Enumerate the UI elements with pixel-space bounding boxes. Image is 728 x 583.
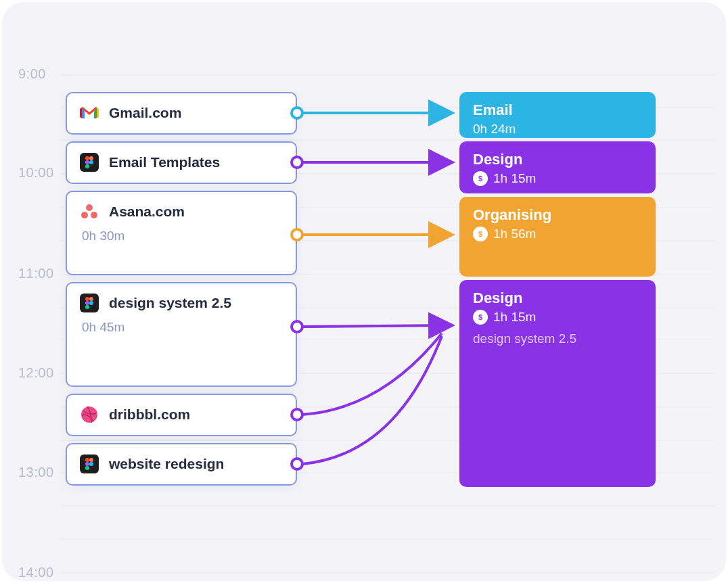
svg-point-18 xyxy=(89,458,93,462)
billable-icon: $ xyxy=(473,310,488,325)
gridline xyxy=(60,538,715,540)
category-card-organising[interactable]: Organising $ 1h 56m xyxy=(459,197,656,277)
category-duration: 1h 56m xyxy=(493,227,536,241)
category-duration: 0h 24m xyxy=(473,122,516,137)
svg-point-21 xyxy=(85,466,89,470)
asana-icon xyxy=(79,202,99,222)
category-subtitle: design system 2.5 xyxy=(473,331,642,346)
svg-point-5 xyxy=(85,164,89,168)
svg-text:$: $ xyxy=(478,313,482,321)
svg-point-6 xyxy=(86,204,93,211)
activity-duration: 0h 30m xyxy=(82,229,283,243)
category-duration: 1h 15m xyxy=(493,171,536,186)
activity-card-website-redesign[interactable]: website redesign xyxy=(66,443,297,486)
svg-point-7 xyxy=(81,212,88,218)
billable-icon: $ xyxy=(473,171,488,186)
svg-point-19 xyxy=(85,462,89,466)
gridline xyxy=(60,505,715,507)
timeline-panel: 9:00 10:00 11:00 12:00 13:00 14:00 Gmail… xyxy=(2,2,726,581)
svg-point-8 xyxy=(91,212,97,218)
category-card-design[interactable]: Design $ 1h 15m xyxy=(459,141,656,193)
svg-point-11 xyxy=(89,297,93,301)
svg-line-32 xyxy=(302,325,450,327)
category-duration: 1h 15m xyxy=(493,310,536,325)
svg-point-3 xyxy=(85,160,89,164)
figma-icon xyxy=(79,293,99,313)
svg-text:$: $ xyxy=(478,230,482,238)
svg-point-4 xyxy=(89,160,93,164)
activity-title: dribbbl.com xyxy=(109,406,190,423)
activity-title: Gmail.com xyxy=(109,105,181,121)
gridline xyxy=(60,572,715,574)
activity-title: website redesign xyxy=(109,456,224,472)
activity-title: Email Templates xyxy=(109,154,220,170)
svg-text:$: $ xyxy=(478,174,482,183)
svg-point-13 xyxy=(89,301,93,305)
category-title: Design xyxy=(473,289,642,307)
svg-point-20 xyxy=(89,462,93,466)
activity-card-dribbble[interactable]: dribbbl.com xyxy=(66,394,297,436)
category-card-email[interactable]: Email 0h 24m xyxy=(459,92,656,138)
gridline xyxy=(60,139,715,141)
svg-point-1 xyxy=(85,156,89,160)
gmail-icon xyxy=(79,103,99,123)
activity-card-design-system[interactable]: design system 2.5 0h 45m xyxy=(66,282,297,387)
figma-icon xyxy=(79,454,99,474)
svg-point-17 xyxy=(85,458,89,462)
category-title: Design xyxy=(473,151,642,168)
billable-icon: $ xyxy=(473,227,488,241)
activity-duration: 0h 45m xyxy=(82,320,283,335)
hour-label: 12:00 xyxy=(18,365,54,381)
activity-card-email-templates[interactable]: Email Templates xyxy=(66,141,297,184)
svg-point-12 xyxy=(85,301,89,305)
activity-card-asana[interactable]: Asana.com 0h 30m xyxy=(66,191,297,275)
hour-label: 14:00 xyxy=(18,565,54,580)
svg-point-14 xyxy=(85,305,89,309)
activity-title: Asana.com xyxy=(109,204,185,220)
category-card-design-2[interactable]: Design $ 1h 15m design system 2.5 xyxy=(459,280,656,487)
svg-point-2 xyxy=(89,156,93,160)
gridline xyxy=(60,74,715,76)
category-title: Email xyxy=(473,101,642,119)
hour-label: 10:00 xyxy=(18,165,54,181)
activity-title: design system 2.5 xyxy=(109,295,231,311)
figma-icon xyxy=(79,152,99,172)
category-title: Organising xyxy=(473,206,642,224)
hour-label: 9:00 xyxy=(18,66,46,82)
hour-label: 11:00 xyxy=(18,266,54,281)
activity-card-gmail[interactable]: Gmail.com xyxy=(66,92,297,135)
dribbble-icon xyxy=(79,404,99,425)
hour-label: 13:00 xyxy=(18,465,54,480)
svg-point-10 xyxy=(85,297,89,301)
